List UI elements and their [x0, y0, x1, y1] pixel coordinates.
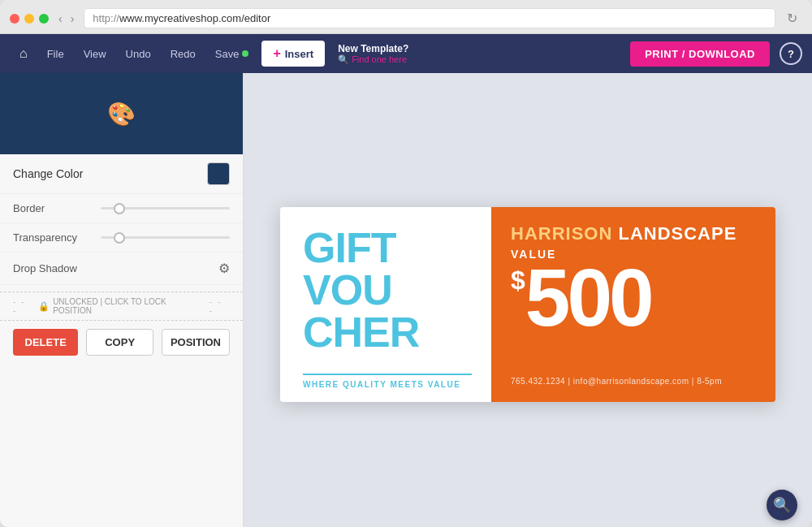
border-label: Border: [13, 202, 94, 214]
zoom-button[interactable]: 🔍: [767, 490, 797, 521]
refresh-button[interactable]: ↻: [782, 9, 802, 28]
save-label: Save: [215, 48, 240, 60]
delete-button[interactable]: DELETE: [13, 329, 78, 356]
minimize-button[interactable]: [24, 14, 34, 24]
insert-button[interactable]: + Insert: [261, 41, 325, 67]
voucher-contact: 765.432.1234 | info@harrisonlandscape.co…: [511, 377, 756, 386]
lock-text: 🔒 UNLOCKED | CLICK TO LOCK POSITION: [38, 297, 205, 315]
voucher-brand: HARRISON LANDSCAPE: [511, 223, 756, 244]
new-template-title: New Template?: [338, 43, 408, 54]
new-template-link[interactable]: 🔍 Find one here: [338, 54, 408, 65]
change-color-label: Change Color: [13, 167, 83, 180]
new-template-promo: New Template? 🔍 Find one here: [338, 43, 408, 65]
palette-icon: 🎨: [107, 101, 136, 127]
lock-bar[interactable]: - - - 🔒 UNLOCKED | CLICK TO LOCK POSITIO…: [0, 292, 243, 321]
close-button[interactable]: [10, 14, 19, 24]
undo-menu-item[interactable]: Undo: [116, 34, 161, 73]
transparency-slider-track[interactable]: [101, 236, 230, 239]
dollar-sign: $: [511, 267, 525, 293]
url-prefix: http://: [93, 12, 119, 24]
home-nav-item[interactable]: ⌂: [10, 46, 37, 61]
gift-text: GIFT VOU CHER: [303, 227, 472, 353]
left-panel: 🎨 Change Color Border Transparency Drop: [0, 73, 244, 527]
browser-window: ‹ › http:// www.mycreativeshop.com/edito…: [0, 0, 812, 527]
gear-icon[interactable]: ⚙: [218, 261, 230, 276]
voucher-left-panel: GIFT VOU CHER WHERE QUALITY MEETS VALUE: [280, 207, 491, 402]
color-swatch[interactable]: [207, 162, 230, 185]
border-slider-row: Border: [0, 194, 243, 223]
nav-arrows: ‹ ›: [55, 11, 77, 27]
canvas-area: GIFT VOU CHER WHERE QUALITY MEETS VALUE …: [244, 73, 812, 527]
back-button[interactable]: ‹: [55, 11, 66, 27]
search-icon: 🔍: [338, 54, 349, 65]
traffic-lights: [10, 14, 49, 24]
color-preview-area: 🎨: [0, 73, 243, 154]
lock-dash-left: - - -: [13, 297, 33, 315]
voucher-tagline: WHERE QUALITY MEETS VALUE: [303, 374, 472, 389]
drop-shadow-label: Drop Shadow: [13, 262, 77, 274]
transparency-slider-row: Transparency: [0, 223, 243, 253]
lock-icon: 🔒: [38, 301, 50, 312]
transparency-label: Transparency: [13, 231, 94, 244]
address-bar[interactable]: http:// www.mycreativeshop.com/editor: [84, 8, 775, 28]
maximize-button[interactable]: [39, 14, 49, 24]
border-slider-thumb[interactable]: [114, 203, 125, 214]
change-color-row: Change Color: [0, 154, 243, 194]
brand-highlight: HARRISON: [511, 223, 612, 244]
position-button[interactable]: POSITION: [162, 329, 230, 356]
main-area: 🎨 Change Color Border Transparency Drop: [0, 73, 812, 527]
print-download-button[interactable]: PRINT / DOWNLOAD: [630, 41, 770, 67]
insert-plus-icon: +: [273, 46, 280, 61]
file-menu-item[interactable]: File: [37, 34, 74, 73]
save-indicator: [242, 50, 248, 57]
transparency-slider-thumb[interactable]: [114, 232, 125, 244]
browser-title-bar: ‹ › http:// www.mycreativeshop.com/edito…: [0, 0, 812, 34]
action-buttons: DELETE COPY POSITION: [0, 329, 243, 356]
voucher-number: 500: [525, 261, 651, 334]
save-menu-item[interactable]: Save: [205, 48, 259, 60]
drop-shadow-row: Drop Shadow ⚙: [0, 253, 243, 285]
copy-button[interactable]: COPY: [86, 329, 153, 356]
insert-label: Insert: [285, 48, 313, 60]
redo-menu-item[interactable]: Redo: [161, 34, 205, 73]
view-menu-item[interactable]: View: [74, 34, 116, 73]
border-slider-track[interactable]: [101, 207, 230, 210]
voucher-right-panel: HARRISON LANDSCAPE VALUE $ 500 765.432.1…: [491, 207, 775, 402]
help-button[interactable]: ?: [780, 42, 802, 65]
brand-rest: LANDSCAPE: [612, 223, 736, 244]
url-domain: www.mycreativeshop.com/editor: [119, 12, 270, 24]
voucher-design[interactable]: GIFT VOU CHER WHERE QUALITY MEETS VALUE …: [280, 207, 775, 402]
voucher-amount: $ 500: [511, 261, 756, 334]
forward-button[interactable]: ›: [67, 11, 78, 27]
lock-dash-right: - - -: [209, 297, 230, 315]
zoom-icon: 🔍: [773, 496, 791, 514]
app-navbar: ⌂ File View Undo Redo Save + Insert New …: [0, 34, 812, 73]
